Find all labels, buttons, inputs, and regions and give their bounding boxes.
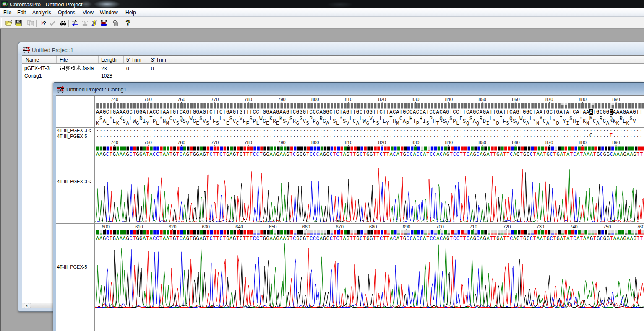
svg-text:770: 770 bbox=[211, 97, 219, 102]
svg-text:750: 750 bbox=[603, 224, 611, 229]
svg-text:850: 850 bbox=[479, 97, 486, 102]
svg-text:830: 830 bbox=[412, 97, 419, 102]
svg-text:610: 610 bbox=[135, 224, 143, 229]
svg-text:740: 740 bbox=[111, 140, 118, 145]
svg-text:690: 690 bbox=[403, 224, 410, 229]
svg-text:860: 860 bbox=[512, 140, 519, 145]
svg-text:670: 670 bbox=[336, 224, 343, 229]
svg-text:720: 720 bbox=[503, 224, 511, 229]
svg-text:710: 710 bbox=[469, 224, 477, 229]
svg-text:660: 660 bbox=[302, 224, 310, 229]
svg-text:870: 870 bbox=[545, 97, 553, 102]
svg-text:760: 760 bbox=[177, 140, 185, 145]
svg-text:800: 800 bbox=[311, 140, 319, 145]
svg-text:730: 730 bbox=[537, 224, 544, 229]
svg-text:640: 640 bbox=[235, 224, 243, 229]
svg-text:790: 790 bbox=[278, 97, 285, 102]
svg-text:680: 680 bbox=[369, 224, 377, 229]
svg-text:780: 780 bbox=[245, 97, 252, 102]
svg-text:?: ? bbox=[43, 20, 46, 26]
svg-text:800: 800 bbox=[311, 97, 319, 102]
svg-text:?: ? bbox=[126, 19, 130, 27]
svg-text:860: 860 bbox=[512, 97, 519, 102]
svg-text:650: 650 bbox=[269, 224, 276, 229]
svg-text:620: 620 bbox=[169, 224, 176, 229]
svg-text:840: 840 bbox=[445, 140, 453, 145]
svg-text:870: 870 bbox=[545, 140, 553, 145]
svg-text:760: 760 bbox=[637, 224, 644, 229]
svg-text:780: 780 bbox=[245, 140, 252, 145]
svg-text:810: 810 bbox=[345, 140, 352, 145]
svg-text:880: 880 bbox=[579, 97, 587, 102]
svg-text:740: 740 bbox=[570, 224, 577, 229]
svg-text:840: 840 bbox=[445, 97, 453, 102]
svg-text:630: 630 bbox=[202, 224, 210, 229]
svg-text:850: 850 bbox=[479, 140, 486, 145]
svg-text:820: 820 bbox=[378, 97, 386, 102]
svg-text:750: 750 bbox=[144, 97, 152, 102]
svg-text:760: 760 bbox=[177, 97, 185, 102]
svg-text:790: 790 bbox=[278, 140, 285, 145]
svg-text:740: 740 bbox=[111, 97, 118, 102]
svg-text:820: 820 bbox=[378, 140, 386, 145]
svg-text:700: 700 bbox=[436, 224, 444, 229]
svg-text:770: 770 bbox=[211, 140, 219, 145]
svg-text:.fasta: .fasta bbox=[81, 65, 94, 71]
svg-text:600: 600 bbox=[102, 224, 110, 229]
svg-text:890: 890 bbox=[612, 97, 620, 102]
svg-text:890: 890 bbox=[612, 140, 620, 145]
svg-text:750: 750 bbox=[144, 140, 152, 145]
svg-text:810: 810 bbox=[345, 97, 352, 102]
svg-text:880: 880 bbox=[579, 140, 587, 145]
svg-text:830: 830 bbox=[412, 140, 419, 145]
